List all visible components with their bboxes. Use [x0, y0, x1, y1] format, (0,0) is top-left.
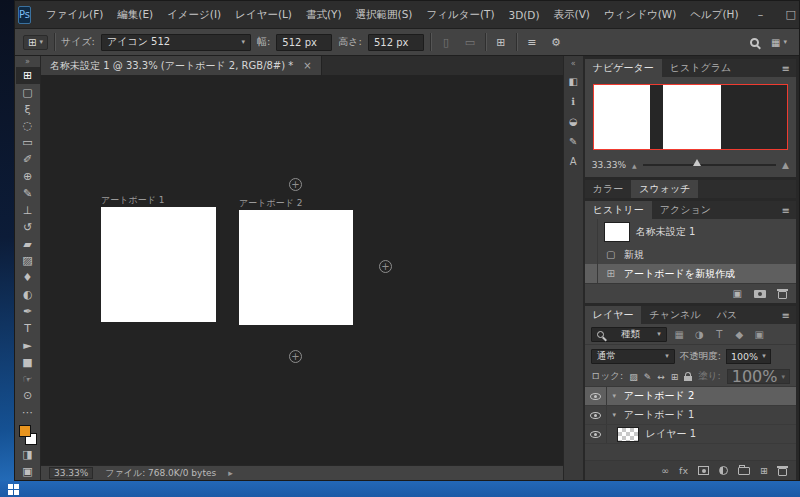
history-brush-source-cell[interactable] — [585, 264, 598, 283]
new-document-from-state-icon[interactable]: ▣ — [733, 288, 742, 299]
edit-toolbar-icon[interactable]: ⋯ — [16, 404, 40, 421]
tab-actions[interactable]: アクション — [652, 201, 719, 219]
navigator-zoom-slider[interactable] — [643, 164, 776, 166]
tool-hand[interactable]: ☞ — [16, 371, 40, 388]
add-artboard-below-button[interactable]: + — [289, 350, 302, 363]
panel-menu-icon[interactable]: ≡ — [776, 201, 796, 219]
lock-transparency-icon[interactable]: ▨ — [629, 372, 638, 382]
gear-icon[interactable]: ⚙ — [547, 36, 565, 49]
navigator-zoom-value[interactable]: 33.33% — [592, 160, 626, 170]
width-input[interactable]: 512 px — [276, 34, 332, 51]
menu-help[interactable]: ヘルプ(H) — [683, 1, 745, 28]
add-layer-mask-icon[interactable] — [698, 466, 709, 475]
history-brush-source-cell[interactable] — [585, 245, 598, 264]
close-tab-icon[interactable]: × — [303, 60, 311, 71]
canvas[interactable]: アートボード 1 アートボード 2 + + + — [41, 75, 563, 465]
history-snapshot-row[interactable]: 名称未設定 1 — [585, 219, 796, 245]
new-layer-icon[interactable]: ⊞ — [760, 465, 768, 476]
lock-position-icon[interactable]: ↔ — [657, 372, 665, 382]
menu-layer[interactable]: レイヤー(L) — [228, 1, 299, 28]
expand-chevron-icon[interactable]: ▾ — [607, 411, 622, 419]
orientation-portrait-icon[interactable]: ▯ — [437, 36, 455, 49]
tool-lasso[interactable]: ξ — [16, 101, 40, 118]
artboard-1[interactable] — [101, 207, 216, 322]
menu-window[interactable]: ウィンドウ(W) — [597, 1, 683, 28]
tool-eraser[interactable]: ▰ — [16, 236, 40, 253]
quick-mask-icon[interactable]: ◨ — [16, 446, 40, 463]
zoom-out-icon[interactable]: ▲ — [632, 162, 637, 169]
add-artboard-above-button[interactable]: + — [289, 178, 302, 191]
zoom-level-field[interactable]: 33.33% — [49, 467, 93, 479]
status-expander-icon[interactable]: ▸ — [228, 468, 233, 478]
tool-quick-selection[interactable]: ◌ — [16, 118, 40, 135]
layer-row-artboard-1[interactable]: ▾ アートボード 1 — [585, 406, 796, 425]
tool-artboard[interactable]: ⊞ — [16, 67, 40, 84]
foreground-color-swatch[interactable] — [19, 425, 31, 437]
tool-clone-stamp[interactable]: ⊥ — [16, 202, 40, 219]
menu-edit[interactable]: 編集(E) — [110, 1, 160, 28]
delete-layer-icon[interactable] — [778, 466, 787, 476]
info-panel-icon[interactable]: ℹ — [565, 95, 581, 108]
tool-blur[interactable]: ♦ — [16, 269, 40, 286]
workspace-switcher[interactable]: ▦ ▾ — [771, 37, 787, 48]
slider-thumb[interactable] — [693, 159, 701, 166]
lock-paint-icon[interactable]: ✎ — [644, 372, 652, 382]
height-input[interactable]: 512 px — [368, 34, 424, 51]
properties-panel-icon[interactable]: ◧ — [565, 75, 581, 88]
menu-image[interactable]: イメージ(I) — [160, 1, 228, 28]
search-icon[interactable] — [750, 38, 759, 47]
opacity-value[interactable]: 100% ▾ — [726, 349, 771, 364]
tool-type[interactable]: T — [16, 320, 40, 337]
layer-effects-icon[interactable]: fx — [679, 465, 688, 476]
tab-layers[interactable]: レイヤー — [585, 306, 642, 324]
minimize-button[interactable]: – — [746, 1, 776, 28]
screen-mode-icon[interactable]: ▣ — [16, 463, 40, 480]
snapshot-camera-icon[interactable] — [754, 290, 766, 298]
tool-preset-picker[interactable]: ⊞ ▾ — [23, 35, 48, 50]
size-dropdown[interactable]: アイコン 512 ▾ — [101, 34, 251, 51]
panel-menu-icon[interactable]: ≡ — [776, 306, 796, 324]
menu-3d[interactable]: 3D(D) — [502, 1, 547, 28]
start-button[interactable] — [0, 481, 26, 497]
delete-state-icon[interactable] — [778, 289, 787, 299]
adjustments-panel-icon[interactable]: ◒ — [565, 115, 581, 128]
add-artboard-icon[interactable]: ⊞ — [492, 36, 510, 49]
lock-artboard-icon[interactable]: ⊞ — [671, 372, 679, 382]
tool-marquee[interactable]: ▢ — [16, 84, 40, 101]
tab-history[interactable]: ヒストリー — [585, 201, 652, 219]
document-tab[interactable]: 名称未設定 1 @ 33.3% (アートボード 2, RGB/8#) * × — [41, 56, 322, 75]
filter-type-icon[interactable]: T — [712, 329, 727, 340]
blend-mode-dropdown[interactable]: 通常 ▾ — [591, 349, 675, 364]
visibility-cell[interactable] — [585, 387, 607, 405]
tab-navigator[interactable]: ナビゲーター — [585, 59, 662, 77]
artboard-2[interactable] — [239, 210, 353, 325]
history-step-row[interactable]: ▢ 新規 — [585, 245, 796, 264]
tool-gradient[interactable]: ▨ — [16, 253, 40, 270]
visibility-cell[interactable] — [585, 406, 607, 424]
filter-shape-icon[interactable]: ◆ — [732, 329, 747, 340]
character-panel-icon[interactable]: A — [565, 155, 581, 168]
add-artboard-right-button[interactable]: + — [379, 260, 392, 273]
tab-swatches[interactable]: スウォッチ — [631, 180, 698, 198]
tool-path-selection[interactable]: ► — [16, 337, 40, 354]
align-options-icon[interactable]: ≡ — [523, 36, 541, 49]
tool-zoom[interactable]: ⊙ — [16, 388, 40, 405]
artboard-2-label[interactable]: アートボード 2 — [239, 197, 302, 210]
menu-view[interactable]: 表示(V) — [547, 1, 597, 28]
tab-channels[interactable]: チャンネル — [641, 306, 708, 324]
menu-select[interactable]: 選択範囲(S) — [349, 1, 420, 28]
menu-file[interactable]: ファイル(F) — [39, 1, 110, 28]
layer-row-layer-1[interactable]: レイヤー 1 — [585, 425, 796, 444]
new-group-icon[interactable] — [738, 467, 750, 475]
tool-healing-brush[interactable]: ⊕ — [16, 168, 40, 185]
filter-adjustment-icon[interactable]: ◑ — [692, 329, 707, 340]
visibility-cell[interactable] — [585, 425, 607, 443]
fill-value[interactable]: 100% ▾ — [727, 369, 790, 384]
layer-filter-dropdown[interactable]: 種類 ▾ — [591, 327, 667, 342]
zoom-in-icon[interactable]: ▲ — [782, 160, 789, 170]
navigator-preview[interactable] — [593, 84, 788, 150]
expand-panels-icon[interactable]: « — [571, 59, 576, 68]
tab-color[interactable]: カラー — [585, 180, 631, 198]
link-layers-icon[interactable]: ∞ — [661, 465, 669, 476]
lock-all-icon[interactable] — [684, 376, 692, 381]
